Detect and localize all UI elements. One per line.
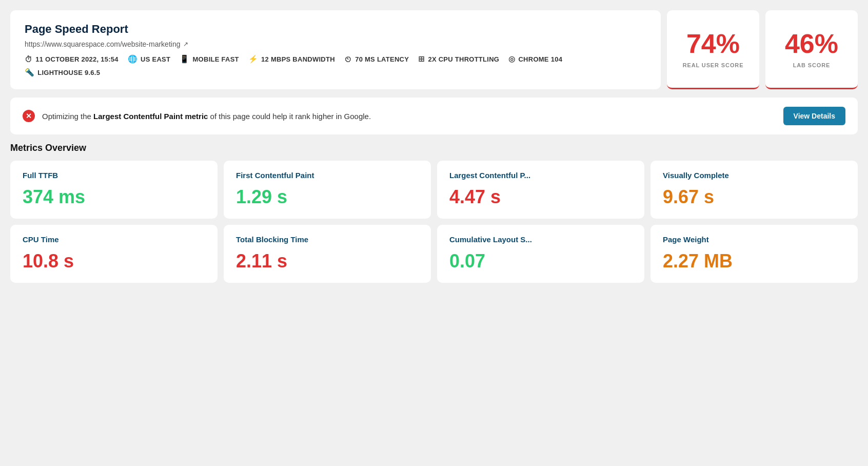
metric-name-visually-complete: Visually Complete [663,171,845,180]
metric-card-total-blocking: Total Blocking Time2.11 s [224,225,431,283]
bandwidth-icon: ⚡ [248,54,258,64]
region-icon: 🌐 [128,54,137,64]
metric-value-lcp: 4.47 s [449,188,632,206]
metric-name-cpu-time: CPU Time [23,235,205,244]
metric-name-page-weight: Page Weight [663,235,845,244]
latency-icon: ⏲ [344,55,352,64]
meta-item-latency: ⏲70 MS LATENCY [344,54,409,64]
metric-value-cls: 0.07 [449,252,632,270]
meta-text-date: 11 OCTOBER 2022, 15:54 [35,55,119,63]
meta-item-bandwidth: ⚡12 MBPS BANDWIDTH [248,54,335,64]
score-label-lab: LAB SCORE [793,62,831,68]
meta-text-device: MOBILE FAST [193,55,239,63]
page-title: Page Speed Report [25,23,646,36]
meta-item-cpu: ⊞2X CPU THROTTLING [418,54,499,64]
cpu-icon: ⊞ [418,54,425,64]
browser-icon: ◎ [508,54,515,64]
metric-value-full-ttfb: 374 ms [23,188,205,206]
alert-banner: ✕ Optimizing the Largest Contentful Pain… [10,98,858,134]
meta-text-bandwidth: 12 MBPS BANDWIDTH [261,55,335,63]
lighthouse-icon: 🔦 [25,68,34,77]
device-icon: 📱 [180,54,189,64]
meta-text-latency: 70 MS LATENCY [355,55,409,63]
meta-item-browser: ◎CHROME 104 [508,54,562,64]
score-value-real-user: 74% [686,30,740,57]
metrics-grid-bottom: CPU Time10.8 sTotal Blocking Time2.11 sC… [10,225,858,283]
score-value-lab: 46% [785,30,838,57]
meta-item-lighthouse: 🔦LIGHTHOUSE 9.6.5 [25,68,100,77]
metric-card-lcp: Largest Contentful P...4.47 s [437,161,644,219]
score-card-real-user: 74%REAL USER SCORE [667,10,759,89]
metric-name-lcp: Largest Contentful P... [449,171,632,180]
report-meta: ⏱11 OCTOBER 2022, 15:54🌐US EAST📱MOBILE F… [25,54,646,77]
metric-name-cls: Cumulative Layout S... [449,235,632,244]
meta-item-device: 📱MOBILE FAST [180,54,239,64]
metric-card-fcp: First Contentful Paint1.29 s [224,161,431,219]
report-info-card: Page Speed Report https://www.squarespac… [10,10,661,89]
report-url: https://www.squarespace.com/website-mark… [25,40,646,48]
metric-value-page-weight: 2.27 MB [663,252,845,270]
meta-text-cpu: 2X CPU THROTTLING [428,55,499,63]
alert-text: Optimizing the Largest Contentful Paint … [42,112,776,121]
metric-card-visually-complete: Visually Complete9.67 s [650,161,858,219]
url-text: https://www.squarespace.com/website-mark… [25,40,180,48]
meta-item-region: 🌐US EAST [128,54,170,64]
metric-card-full-ttfb: Full TTFB374 ms [10,161,218,219]
metric-name-total-blocking: Total Blocking Time [236,235,419,244]
meta-text-lighthouse: LIGHTHOUSE 9.6.5 [37,69,100,76]
date-icon: ⏱ [25,55,32,64]
metric-value-visually-complete: 9.67 s [663,188,845,206]
metric-value-cpu-time: 10.8 s [23,252,205,270]
metric-card-page-weight: Page Weight2.27 MB [650,225,858,283]
metric-card-cls: Cumulative Layout S...0.07 [437,225,644,283]
metric-value-fcp: 1.29 s [236,188,419,206]
alert-icon: ✕ [23,110,35,122]
score-card-lab: 46%LAB SCORE [765,10,858,89]
external-link-icon: ↗ [183,41,188,48]
meta-text-browser: CHROME 104 [518,55,562,63]
metrics-section-title: Metrics Overview [10,143,858,153]
metrics-grid-top: Full TTFB374 msFirst Contentful Paint1.2… [10,161,858,219]
metric-card-cpu-time: CPU Time10.8 s [10,225,218,283]
score-label-real-user: REAL USER SCORE [683,62,744,68]
metric-name-full-ttfb: Full TTFB [23,171,205,180]
metrics-section: Metrics Overview Full TTFB374 msFirst Co… [10,143,858,283]
metric-value-total-blocking: 2.11 s [236,252,419,270]
metric-name-fcp: First Contentful Paint [236,171,419,180]
meta-text-region: US EAST [141,55,170,63]
meta-item-date: ⏱11 OCTOBER 2022, 15:54 [25,54,119,64]
view-details-button[interactable]: View Details [783,107,845,125]
